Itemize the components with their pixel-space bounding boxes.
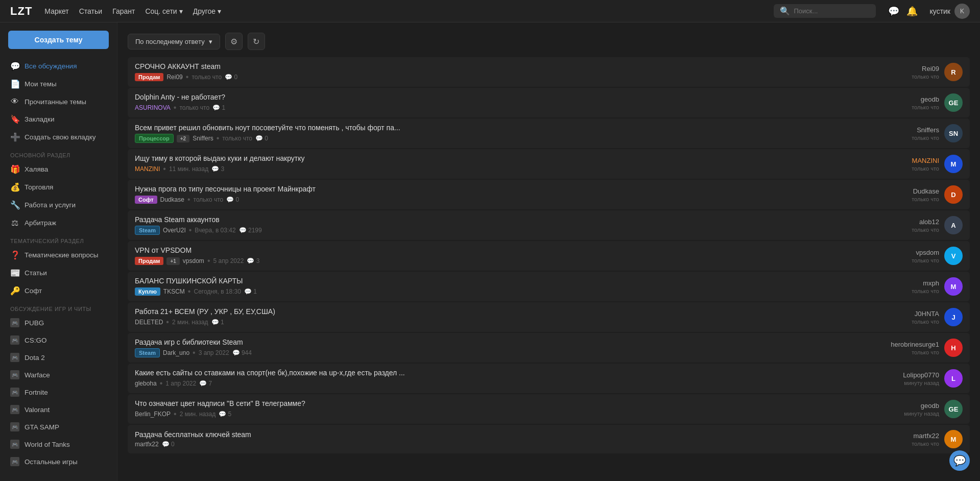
sidebar-item-arbitrage[interactable]: ⚖ Арбитраж <box>0 214 117 232</box>
header-icons: 💬 🔔 <box>888 6 918 17</box>
sidebar-item-read[interactable]: 👁 Прочитанные темы <box>0 93 117 110</box>
thread-item[interactable]: Раздача бесплатных ключей steam martfx22… <box>128 425 970 453</box>
nav-market[interactable]: Маркет <box>44 7 68 15</box>
thread-right: martfx22 только что M <box>888 430 963 448</box>
thread-item[interactable]: Ищу тиму в которой выдаю куки и делают н… <box>128 149 970 179</box>
sidebar-item-create-tab[interactable]: ➕ Создать свою вкладку <box>0 128 117 146</box>
thread-author: ASURINOVA <box>135 104 171 111</box>
sidebar-item-label: Прочитанные темы <box>25 98 86 106</box>
thread-item[interactable]: Раздача Steam аккаунтов Steam OverU2I •В… <box>128 210 970 240</box>
thread-item[interactable]: БАЛАНС ПУШКИНСКОЙ КАРТЫ Куплю TKSCM •Сег… <box>128 272 970 301</box>
thread-content: Раздача бесплатных ключей steam martfx22… <box>135 430 882 448</box>
thread-title: Работа 21+ ВСЕМ (РУ , УКР , БУ, ЕУ,США) <box>135 307 882 316</box>
reply-avatar: V <box>944 247 963 265</box>
section-main: Основной раздел <box>0 146 117 160</box>
reply-time: только что <box>888 227 939 233</box>
thread-item[interactable]: VPN от VPSDOM Продам+1 vpsdom •5 апр 202… <box>128 241 970 271</box>
thread-meta: gleboha •1 апр 2022 💬 7 <box>135 379 882 388</box>
search-box[interactable]: 🔍 <box>774 4 876 18</box>
sidebar-item-work[interactable]: 🔧 Работа и услуги <box>0 196 117 214</box>
thread-author: DELETED <box>135 319 163 326</box>
thread-user-info: mxph только что <box>888 279 939 294</box>
sidebar-item-all[interactable]: 💬 Все обсуждения <box>0 57 117 75</box>
thread-item[interactable]: Всем привет решил обновить ноут посовету… <box>128 118 970 148</box>
sidebar-item-label: PUBG <box>25 319 44 327</box>
thread-user-info: Lolipop0770 минуту назад <box>888 371 939 386</box>
reply-username: Rei09 <box>888 65 939 73</box>
thread-title: Раздача бесплатных ключей steam <box>135 430 882 439</box>
thread-comments: 💬 944 <box>232 349 252 356</box>
user-area[interactable]: кустик K <box>930 4 970 19</box>
thread-item[interactable]: Нужна прога по типу песочницы на проект … <box>128 180 970 209</box>
reply-username: herobrinesurge1 <box>888 341 939 348</box>
reply-avatar: J <box>944 308 963 326</box>
reply-username: Sniffers <box>888 126 939 134</box>
sidebar-item-label: Халява <box>25 165 48 173</box>
reply-username: Dudkase <box>888 187 939 195</box>
chevron-down-icon: ▾ <box>179 7 183 15</box>
freebies-icon: 🎁 <box>10 164 19 174</box>
thread-item[interactable]: Раздача игр с библиотеки Steam Steam Dar… <box>128 333 970 363</box>
nav-other[interactable]: Другое ▾ <box>193 7 221 15</box>
live-chat-button[interactable]: 💬 <box>949 450 970 471</box>
game-icon: 🎮 <box>10 388 19 397</box>
reply-username: alob12 <box>888 218 939 226</box>
notifications-icon[interactable]: 🔔 <box>906 6 918 17</box>
thread-user-info: Sniffers только что <box>888 126 939 141</box>
sidebar-item-label: Все обсуждения <box>25 62 77 70</box>
thread-title: Всем привет решил обновить ноут посовету… <box>135 124 882 132</box>
thread-item[interactable]: СРОЧНО АККАУНТ steam Продам Rei09 •тольк… <box>128 57 970 87</box>
nav-guarantee[interactable]: Гарант <box>112 7 135 15</box>
game-icon: 🎮 <box>10 318 19 327</box>
sidebar-item-label: World of Tanks <box>25 441 70 448</box>
sidebar-item-pubg[interactable]: 🎮 PUBG <box>0 314 117 331</box>
sidebar-item-freebies[interactable]: 🎁 Халява <box>0 160 117 178</box>
sidebar-item-other-games[interactable]: 🎮 Остальные игры <box>0 453 117 470</box>
nav-articles[interactable]: Статьи <box>79 7 102 15</box>
sidebar-item-wot[interactable]: 🎮 World of Tanks <box>0 436 117 453</box>
thread-title: СРОЧНО АККАУНТ steam <box>135 62 882 70</box>
reply-time: только что <box>888 441 939 447</box>
refresh-button[interactable]: ↻ <box>248 33 265 50</box>
thread-item[interactable]: Что означает цвет надписи "В сети" В тел… <box>128 394 970 424</box>
messages-icon[interactable]: 💬 <box>888 6 899 17</box>
nav-social[interactable]: Соц. сети ▾ <box>145 7 182 15</box>
reply-time: минуту назад <box>888 380 939 386</box>
sidebar-item-warface[interactable]: 🎮 Warface <box>0 366 117 383</box>
sidebar-item-thematic-q[interactable]: ❓ Тематические вопросы <box>0 246 117 264</box>
sidebar-item-trade[interactable]: 💰 Торговля <box>0 178 117 196</box>
reply-avatar: GE <box>944 93 963 112</box>
reply-username: mxph <box>888 279 939 287</box>
thread-item[interactable]: Какие есть сайты со ставками на спорт(не… <box>128 364 970 393</box>
sidebar-item-soft[interactable]: 🔑 Софт <box>0 282 117 300</box>
thread-author: Rei09 <box>166 74 182 81</box>
sidebar-item-gta-samp[interactable]: 🎮 GTA SAMP <box>0 418 117 436</box>
thread-item[interactable]: Работа 21+ ВСЕМ (РУ , УКР , БУ, ЕУ,США) … <box>128 302 970 332</box>
sidebar-item-my[interactable]: 📄 Мои темы <box>0 75 117 93</box>
create-topic-button[interactable]: Создать тему <box>8 31 109 49</box>
sidebar-item-label: Warface <box>25 371 50 379</box>
sidebar-item-valorant[interactable]: 🎮 Valorant <box>0 401 117 418</box>
sidebar-item-articles[interactable]: 📰 Статьи <box>0 264 117 282</box>
thread-right: herobrinesurge1 только что H <box>888 339 963 357</box>
settings-button[interactable]: ⚙ <box>225 33 243 50</box>
thread-meta: Софт Dudkase •только что 💬 0 <box>135 195 882 204</box>
thread-author: vpsdom <box>183 257 204 264</box>
sidebar-item-fortnite[interactable]: 🎮 Fortnite <box>0 383 117 401</box>
sidebar-item-csgo[interactable]: 🎮 CS:GO <box>0 331 117 349</box>
sidebar-item-bookmarks[interactable]: 🔖 Закладки <box>0 110 117 128</box>
sidebar-item-dota2[interactable]: 🎮 Dota 2 <box>0 349 117 366</box>
thread-title: Раздача игр с библиотеки Steam <box>135 338 882 346</box>
thread-right: geodb только что GE <box>888 93 963 112</box>
thread-meta: Продам+1 vpsdom •5 апр 2022 💬 3 <box>135 256 882 266</box>
thread-content: Какие есть сайты со ставками на спорт(не… <box>135 369 882 388</box>
thread-author: Dudkase <box>160 196 184 203</box>
tag-plus: +1 <box>166 257 179 265</box>
reply-username: geodb <box>888 95 939 103</box>
thread-item[interactable]: Dolphin Anty - не работает? ASURINOVA •т… <box>128 88 970 117</box>
thread-title: Что означает цвет надписи "В сети" В тел… <box>135 399 882 407</box>
search-input[interactable] <box>794 7 870 15</box>
toolbar: По последнему ответу ▾ ⚙ ↻ <box>128 33 970 50</box>
sort-dropdown[interactable]: По последнему ответу ▾ <box>128 34 220 50</box>
reply-time: минуту назад <box>888 411 939 417</box>
